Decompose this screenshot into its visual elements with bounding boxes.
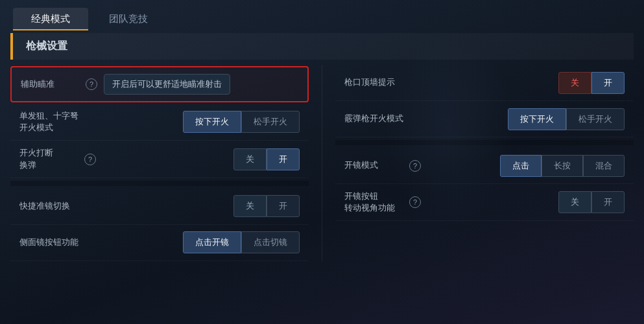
grenade-fire-btn-group: 按下开火 松手开火 (508, 108, 625, 130)
scope-rotate-help-icon[interactable]: ? (409, 196, 421, 208)
scope-switch-row: 快捷准镜切换 关 开 (10, 189, 309, 225)
scope-rotate-label: 开镜按钮 转动视角功能 (344, 191, 403, 214)
single-fire-btn-group: 按下开火 松手开火 (183, 111, 300, 133)
grenade-fire-label: 霰弹枪开火模式 (344, 113, 403, 124)
muzzle-wall-btn-on[interactable]: 开 (591, 72, 625, 94)
tab-classic[interactable]: 经典模式 (13, 8, 88, 30)
scope-mode-label: 开镜模式 (344, 159, 403, 171)
tab-bar: 经典模式 团队竞技 (0, 0, 644, 30)
main-content: 辅助瞄准 ? 开启后可以更舒适地瞄准射击 单发狙、十字弩 开火模式 按下开火 松… (0, 65, 644, 261)
grenade-fire-btn-release[interactable]: 松手开火 (566, 108, 625, 130)
scope-switch-btn-group: 关 开 (233, 195, 300, 217)
section-title: 枪械设置 (10, 33, 634, 60)
side-scope-btn-open[interactable]: 点击开镜 (183, 231, 241, 253)
scope-switch-label: 快捷准镜切换 (19, 200, 78, 212)
scope-rotate-btn-group: 关 开 (558, 191, 625, 213)
scope-mode-help-icon[interactable]: ? (409, 160, 421, 172)
grenade-fire-btn-press[interactable]: 按下开火 (508, 108, 566, 130)
single-fire-btn-release[interactable]: 松手开火 (241, 111, 300, 133)
aim-assist-label: 辅助瞄准 (21, 78, 79, 90)
aim-assist-row: 辅助瞄准 ? 开启后可以更舒适地瞄准射击 (10, 66, 309, 102)
side-scope-btn-switch[interactable]: 点击切镜 (241, 231, 300, 253)
fire-interrupt-btn-on[interactable]: 开 (267, 148, 300, 170)
scope-mode-row: 开镜模式 ? 点击 长按 混合 (335, 148, 634, 184)
side-scope-btn-group: 点击开镜 点击切镜 (183, 231, 300, 253)
fire-interrupt-help-icon[interactable]: ? (84, 154, 96, 165)
side-scope-label: 侧面镜按钮功能 (19, 237, 78, 248)
side-scope-row: 侧面镜按钮功能 点击开镜 点击切镜 (10, 225, 309, 261)
single-fire-row: 单发狙、十字弩 开火模式 按下开火 松手开火 (10, 104, 309, 141)
scope-rotate-row: 开镜按钮 转动视角功能 ? 关 开 (335, 184, 634, 221)
muzzle-wall-label: 枪口顶墙提示 (344, 76, 403, 88)
fire-interrupt-btn-group: 关 开 (233, 148, 300, 170)
fire-interrupt-btn-off[interactable]: 关 (233, 148, 267, 170)
left-panel: 辅助瞄准 ? 开启后可以更舒适地瞄准射击 单发狙、十字弩 开火模式 按下开火 松… (10, 65, 322, 261)
scope-rotate-btn-off[interactable]: 关 (558, 191, 591, 213)
aim-assist-help-icon[interactable]: ? (86, 78, 97, 90)
section-title-text: 枪械设置 (26, 40, 67, 53)
scope-mode-btn-click[interactable]: 点击 (500, 155, 542, 177)
muzzle-wall-btn-off[interactable]: 关 (558, 72, 591, 94)
scope-rotate-btn-on[interactable]: 开 (591, 191, 625, 213)
fire-interrupt-row: 开火打断 换弹 ? 关 开 (10, 141, 309, 178)
scope-mode-btn-long[interactable]: 长按 (542, 155, 583, 177)
aim-assist-tooltip: 开启后可以更舒适地瞄准射击 (104, 74, 230, 95)
fire-interrupt-label: 开火打断 换弹 (19, 147, 78, 170)
grenade-fire-row: 霰弹枪开火模式 按下开火 松手开火 (335, 101, 634, 137)
scope-switch-btn-off[interactable]: 关 (233, 195, 267, 217)
scope-mode-btn-mixed[interactable]: 混合 (583, 155, 625, 177)
right-panel: 枪口顶墙提示 关 开 霰弹枪开火模式 按下开火 松手开火 开镜模式 ? 点击 长 (322, 65, 634, 261)
muzzle-wall-row: 枪口顶墙提示 关 开 (335, 65, 634, 101)
scope-mode-btn-group: 点击 长按 混合 (500, 155, 625, 177)
single-fire-label: 单发狙、十字弩 开火模式 (19, 110, 78, 133)
muzzle-wall-btn-group: 关 开 (558, 72, 625, 94)
tab-team[interactable]: 团队竞技 (91, 8, 166, 30)
single-fire-btn-press[interactable]: 按下开火 (183, 111, 241, 133)
scope-switch-btn-on[interactable]: 开 (267, 195, 300, 217)
